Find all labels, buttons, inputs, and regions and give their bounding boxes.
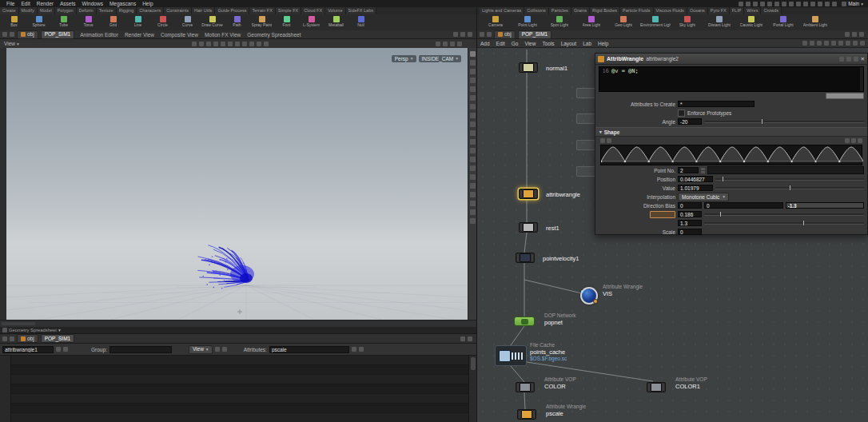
bias2-input[interactable]	[678, 220, 702, 226]
viewport-tool-icon[interactable]	[470, 183, 476, 189]
viewport-toolbar-icon[interactable]	[192, 42, 197, 46]
viewport-tool-icon[interactable]	[470, 113, 476, 118]
node-input-flag[interactable]	[519, 411, 520, 418]
shelf-tool-portal-light[interactable]: Portal Light	[767, 14, 799, 30]
shelf-tab-viscous-fluids[interactable]: Viscous Fluids	[654, 7, 687, 14]
pane-close-icon[interactable]	[468, 32, 472, 37]
value-slider[interactable]	[715, 185, 864, 191]
node-pscale[interactable]	[517, 409, 536, 420]
network-menu-view[interactable]: View	[521, 41, 539, 46]
network-toolbar-icon[interactable]	[860, 41, 865, 46]
node-ghost3[interactable]	[576, 140, 595, 150]
value-input[interactable]	[678, 185, 713, 191]
viewport-toolbar-icon[interactable]	[450, 42, 455, 46]
pane-split-icon[interactable]	[10, 32, 14, 37]
shelf-tool-line[interactable]: Line	[125, 14, 150, 30]
viewport-tool-icon[interactable]	[470, 139, 476, 145]
node-ghost2[interactable]	[576, 113, 595, 124]
shelf-tab-modify[interactable]: Modify	[19, 7, 38, 14]
shelf-tool-circle[interactable]: Circle	[150, 14, 175, 30]
shelf-tool-torus[interactable]: Torus	[76, 14, 101, 30]
viewport-canvas[interactable]: Persp ▾ INSIDE_CAM ▾	[6, 48, 468, 320]
viewport-toolbar-icon[interactable]	[242, 42, 247, 46]
node-vis[interactable]	[580, 287, 598, 305]
pane-layout-icon[interactable]	[460, 32, 465, 37]
shelf-tab-polygon[interactable]: Polygon	[55, 7, 77, 14]
settings-icon[interactable]	[222, 347, 227, 352]
menu-item-megascans[interactable]: Megascans	[106, 1, 139, 6]
shelf-tab-grains[interactable]: Grains	[571, 7, 590, 14]
node-input-flag[interactable]	[520, 224, 522, 231]
toolbar-icon[interactable]	[753, 2, 758, 6]
network-menu-help[interactable]: Help	[595, 41, 611, 46]
pane-split-icon[interactable]	[10, 336, 14, 341]
viewport-tool-icon[interactable]	[470, 148, 476, 153]
menu-item-file[interactable]: File	[3, 1, 18, 6]
node-display-flag[interactable]	[663, 384, 664, 391]
shelf-tool-spray-paint[interactable]: Spray Paint	[249, 14, 274, 30]
node-input-flag[interactable]	[520, 64, 522, 71]
shelf-tool-path[interactable]: Path	[225, 14, 249, 30]
angle-input[interactable]	[678, 118, 702, 125]
network-toolbar-icon[interactable]	[846, 41, 850, 46]
shelf-tool-environment-light[interactable]: Environment Light	[639, 14, 671, 30]
pane-tab-icon[interactable]	[2, 328, 7, 332]
viewport-toolbar-icon[interactable]	[249, 42, 254, 46]
toolbar-icon[interactable]	[782, 2, 786, 6]
shelf-tool-curve[interactable]: Curve	[175, 14, 200, 30]
toolbar-icon[interactable]	[796, 2, 801, 6]
network-toolbar-icon[interactable]	[817, 41, 822, 46]
ramp-settings-icon[interactable]	[858, 138, 862, 143]
shelf-tab-cloud-fx[interactable]: Cloud FX	[301, 7, 325, 14]
node-pointvelocity1[interactable]	[516, 253, 535, 263]
node-display-flag[interactable]	[532, 254, 533, 261]
highlighted-parameter-chip[interactable]	[650, 211, 675, 218]
enforce-prototypes-checkbox[interactable]	[678, 109, 685, 117]
viewport-toolbar-icon[interactable]	[199, 42, 204, 46]
bias2-slider[interactable]	[704, 220, 864, 226]
toolbar-icon[interactable]	[803, 2, 808, 6]
viewport-tool-icon[interactable]	[470, 130, 476, 136]
node-display-flag[interactable]	[535, 190, 536, 197]
vex-snippet-editor[interactable]: 16 @v = @N;	[599, 66, 864, 92]
shelf-tab-guide-process[interactable]: Guide Process	[215, 7, 249, 14]
ramp-editor[interactable]	[600, 145, 862, 165]
shelf-tab-oceans[interactable]: Oceans	[687, 7, 708, 14]
attributes-menu-icon[interactable]	[352, 347, 356, 352]
node-path-chip[interactable]: POP_SIM1	[518, 30, 552, 39]
view-dropdown[interactable]: View ▾	[189, 345, 213, 354]
node-popnet[interactable]	[514, 316, 535, 326]
pane-menu-icon[interactable]	[2, 336, 7, 341]
context-chip-obj[interactable]: obj	[494, 30, 516, 39]
viewport-toolbar-icon[interactable]	[206, 42, 211, 46]
pane-close-icon[interactable]	[468, 336, 472, 341]
shelf-tab-simple-fx[interactable]: Simple FX	[276, 7, 301, 14]
pane-close-icon[interactable]	[859, 32, 864, 37]
network-menu-edit[interactable]: Edit	[493, 41, 508, 46]
viewport-tool-icon[interactable]	[470, 60, 476, 66]
shelf-tool-sphere[interactable]: Sphere	[26, 14, 51, 30]
shelf-tool-distant-light[interactable]: Distant Light	[703, 14, 735, 30]
viewport-tool-icon[interactable]	[470, 201, 476, 206]
gear-icon[interactable]	[839, 57, 844, 62]
viewport-toolbar-icon[interactable]	[235, 42, 240, 46]
network-menu-go[interactable]: Go	[508, 41, 522, 46]
shelf-tab-pyro-fx[interactable]: Pyro FX	[708, 7, 730, 14]
node-display-flag[interactable]	[532, 384, 533, 391]
refresh-icon[interactable]	[215, 347, 220, 352]
node-display-flag[interactable]	[533, 411, 535, 418]
viewport-tool-icon[interactable]	[470, 157, 476, 162]
pane-tab-geometry-spreadsheet[interactable]: Geometry Spreadsheet	[244, 32, 304, 38]
viewport-tool-icon[interactable]	[470, 78, 476, 83]
ramp-preset-icon[interactable]	[600, 138, 605, 143]
viewport-tool-icon[interactable]	[470, 86, 476, 92]
pane-tab-animation-editor[interactable]: Animation Editor	[77, 32, 121, 38]
context-chip-obj[interactable]: obj	[17, 334, 38, 343]
node-input-flag[interactable]	[520, 190, 522, 197]
network-menu-add[interactable]: Add	[477, 41, 493, 46]
shelf-tab-rigid-bodies[interactable]: Rigid Bodies	[590, 7, 620, 14]
toolbar-icon[interactable]	[832, 2, 837, 6]
shelf-tool-camera[interactable]: Camera	[480, 14, 512, 30]
viewport-toolbar-icon[interactable]	[436, 42, 440, 46]
viewport-toolbar-icon[interactable]	[257, 42, 261, 46]
